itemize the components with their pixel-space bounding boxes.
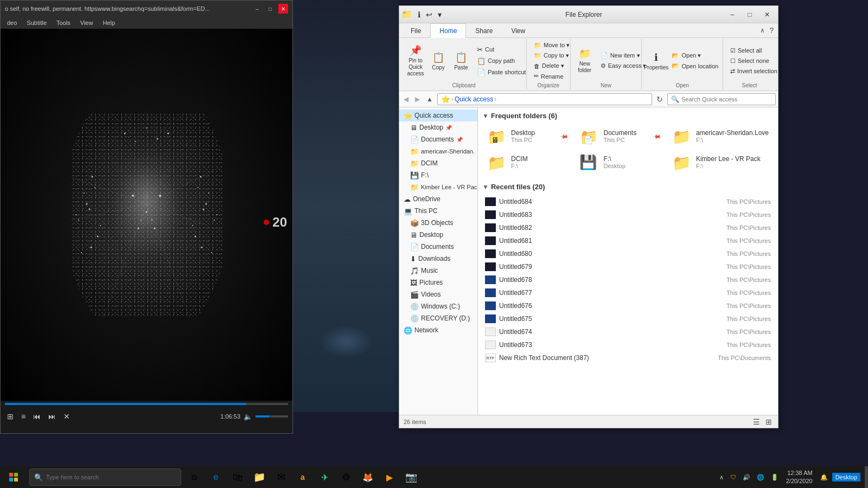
tab-file[interactable]: File [401, 23, 430, 38]
nav-documents[interactable]: 📄 Documents [399, 241, 477, 253]
file-item-683[interactable]: Untitled683 This PC\Pictures [482, 208, 774, 221]
control-next-frame[interactable]: ⏭ [46, 411, 58, 422]
file-explorer-taskbar-icon[interactable]: 📁 [248, 466, 270, 488]
file-item-rich-text[interactable]: RTF New Rich Text Document (387) This PC… [482, 351, 774, 364]
folder-item-dcim[interactable]: 📁 DCIM F:\ [482, 150, 572, 174]
details-view-button[interactable]: ☰ [751, 416, 762, 427]
file-item-679[interactable]: Untitled679 This PC\Pictures [482, 260, 774, 273]
invert-selection-button[interactable]: ⇄ Invert selection [726, 66, 781, 76]
notification-icon[interactable]: 🔔 [818, 473, 830, 482]
nav-recovery-d[interactable]: 💿 RECOVERY (D:) [399, 312, 477, 324]
nav-network[interactable]: 🌐 Network [399, 324, 477, 336]
battery-icon[interactable]: 🔋 [769, 473, 781, 482]
new-folder-button[interactable]: 📁 Newfolder [574, 45, 596, 76]
mail-icon[interactable]: ✉ [270, 466, 292, 488]
app6-icon[interactable]: ⚙ [335, 466, 357, 488]
large-icons-view-button[interactable]: ⊞ [764, 416, 774, 427]
task-view-button[interactable]: ⧉ [183, 466, 205, 488]
address-path[interactable]: ⭐ › Quick access › [437, 93, 652, 105]
nav-music[interactable]: 🎵 Music [399, 265, 477, 277]
ribbon-collapse[interactable]: ∧ [758, 23, 767, 37]
volume-slider[interactable] [256, 415, 288, 418]
rename-button[interactable]: ✏ Rename [530, 71, 573, 81]
paste-button[interactable]: 📋 Paste [450, 49, 472, 73]
minimize-button[interactable]: – [252, 4, 262, 14]
frequent-folders-header[interactable]: ▼ Frequent folders (6) [482, 112, 774, 120]
browser2-icon[interactable]: 🦊 [357, 466, 379, 488]
file-item-680[interactable]: Untitled680 This PC\Pictures [482, 247, 774, 260]
open-location-button[interactable]: 📂 Open location [668, 61, 722, 71]
file-item-681[interactable]: Untitled681 This PC\Pictures [482, 234, 774, 247]
search-input[interactable] [681, 96, 772, 102]
start-button[interactable] [0, 466, 27, 488]
delete-button[interactable]: 🗑 Delete ▾ [530, 61, 568, 71]
pin-to-quick-access-button[interactable]: 📌 Pin to Quickaccess [405, 42, 426, 80]
show-desktop-button[interactable] [865, 466, 868, 488]
camera-icon[interactable]: 📷 [400, 466, 422, 488]
folder-item-f-drive[interactable]: 💾 F:\ Desktop [575, 150, 665, 174]
folder-item-desktop[interactable]: 📁 🖥 Desktop This PC 📌 [482, 124, 572, 148]
tab-view[interactable]: View [502, 23, 534, 38]
progress-bar[interactable] [5, 403, 288, 405]
menu-help[interactable]: Help [98, 18, 119, 27]
nav-pictures[interactable]: 🖼 Pictures [399, 277, 477, 288]
folder-item-documents[interactable]: 📁 📄 Documents This PC 📌 [575, 124, 665, 148]
copy-path-button[interactable]: 📋 Copy path [473, 55, 529, 67]
tab-home[interactable]: Home [430, 23, 466, 38]
menu-video[interactable]: deo [3, 18, 21, 27]
menu-tools[interactable]: Tools [52, 18, 75, 27]
taskbar-search-input[interactable] [46, 474, 176, 480]
file-item-676[interactable]: Untitled676 This PC\Pictures [482, 299, 774, 312]
nav-documents-pinned[interactable]: 📄 Documents 📌 [399, 133, 477, 145]
nav-quick-access[interactable]: ⭐ Quick access [399, 110, 477, 121]
cut-button[interactable]: ✂ Cut [473, 44, 529, 55]
file-item-674[interactable]: Untitled674 This PC\Pictures [482, 325, 774, 338]
qt-dropdown[interactable]: ▾ [436, 9, 444, 20]
system-time[interactable]: 12:38 AM 2/20/2020 [783, 468, 816, 487]
file-item-677[interactable]: Untitled677 This PC\Pictures [482, 286, 774, 299]
store-icon[interactable]: 🛍 [227, 466, 248, 488]
nav-onedrive[interactable]: ☁ OneDrive [399, 193, 477, 205]
amazon-icon[interactable]: a [292, 466, 314, 488]
explorer-minimize[interactable]: – [724, 6, 741, 23]
paste-shortcut-button[interactable]: 📄 Paste shortcut [473, 67, 529, 78]
explorer-close[interactable]: ✕ [758, 6, 776, 23]
maximize-button[interactable]: □ [265, 4, 275, 14]
select-none-button[interactable]: ☐ Select none [726, 56, 781, 66]
move-to-button[interactable]: 📁 Move to ▾ [530, 40, 573, 50]
nav-desktop-pinned[interactable]: 🖥 Desktop 📌 [399, 121, 477, 133]
copy-button[interactable]: 📋 Copy [427, 49, 449, 73]
file-item-678[interactable]: Untitled678 This PC\Pictures [482, 273, 774, 286]
nav-videos[interactable]: 🎬 Videos [399, 288, 477, 300]
copy-to-button[interactable]: 📁 Copy to ▾ [530, 50, 573, 61]
select-all-button[interactable]: ☑ Select all [726, 46, 781, 56]
help-button[interactable]: ? [767, 23, 776, 37]
search-box[interactable]: 🔍 [667, 93, 776, 105]
control-shuffle[interactable]: ✕ [61, 411, 72, 422]
volume-tray-icon[interactable]: 🔊 [741, 473, 752, 482]
tab-share[interactable]: Share [466, 23, 502, 38]
file-item-673[interactable]: Untitled673 This PC\Pictures [482, 338, 774, 351]
menu-subtitle[interactable]: Subtitle [22, 18, 51, 27]
nav-f-drive-pinned[interactable]: 💾 F:\ [399, 169, 477, 181]
nav-desktop[interactable]: 🖥 Desktop [399, 229, 477, 241]
file-item-684[interactable]: Untitled684 This PC\Pictures [482, 195, 774, 208]
menu-view[interactable]: View [76, 18, 98, 27]
control-list[interactable]: ≡ [19, 411, 28, 422]
nav-kimber-pinned[interactable]: 📁 Kimber Lee - VR Pac [399, 181, 477, 193]
forward-button[interactable]: ▶ [413, 94, 422, 104]
nav-windows-c[interactable]: 💿 Windows (C:) [399, 300, 477, 312]
control-grid[interactable]: ⊞ [5, 411, 16, 422]
close-button[interactable]: ✕ [278, 4, 288, 14]
nav-3d-objects[interactable]: 📦 3D Objects [399, 217, 477, 229]
tripadvisor-icon[interactable]: ✈ [314, 466, 335, 488]
media-icon[interactable]: ▶ [379, 466, 400, 488]
folder-item-kimber[interactable]: 📁 Kimber Lee - VR Pack F:\ [667, 150, 774, 174]
back-button[interactable]: ◀ [401, 94, 411, 104]
taskbar-search-box[interactable]: 🔍 [29, 468, 181, 486]
qt-properties[interactable]: ℹ [416, 9, 423, 20]
nav-dcim-pinned[interactable]: 📁 DCIM [399, 157, 477, 169]
file-item-682[interactable]: Untitled682 This PC\Pictures [482, 221, 774, 234]
up-button[interactable]: ▲ [424, 94, 435, 104]
open-button[interactable]: 📂 Open ▾ [668, 50, 722, 61]
